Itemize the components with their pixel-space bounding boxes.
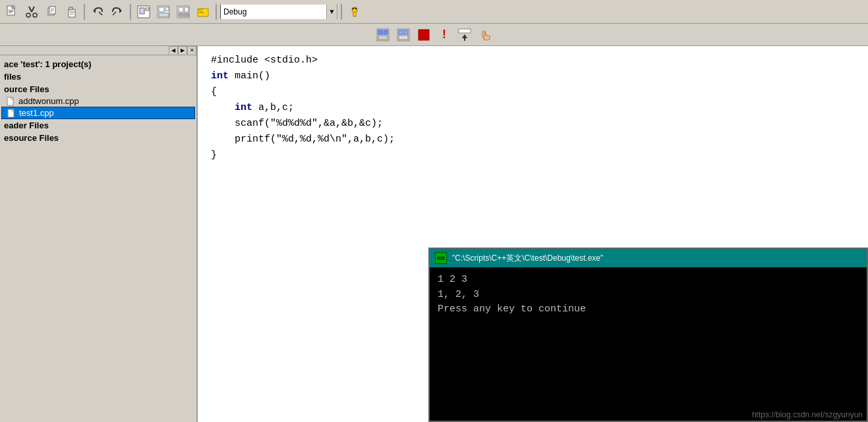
code-line-6: printf("%d,%d,%d\n",a,b,c); xyxy=(211,132,855,147)
code-line-3: { xyxy=(211,84,855,100)
svg-rect-3 xyxy=(9,11,13,12)
svg-rect-12 xyxy=(51,10,54,11)
code-line-7: } xyxy=(211,147,855,163)
run-btn[interactable] xyxy=(374,26,392,44)
svg-rect-48 xyxy=(399,36,408,40)
file-addtwonum[interactable]: addtwonum.cpp xyxy=(1,95,195,107)
section-resource: esource Files xyxy=(1,132,195,144)
sep1 xyxy=(84,4,85,20)
svg-rect-43 xyxy=(384,30,388,34)
scroll-left[interactable]: ◀ xyxy=(169,46,178,55)
svg-rect-50 xyxy=(459,29,471,33)
svg-line-5 xyxy=(29,7,32,12)
svg-point-8 xyxy=(33,13,37,17)
svg-rect-53 xyxy=(482,31,484,38)
console-line-2: 1, 2, 3 xyxy=(438,288,859,303)
file-name-addtwonum: addtwonum.cpp xyxy=(18,96,79,106)
file-test1[interactable]: test1.cpp xyxy=(1,107,195,119)
sidebar-content: ace 'test': 1 project(s) files ource Fil… xyxy=(0,55,196,422)
section-header: eader Files xyxy=(1,119,195,132)
svg-point-7 xyxy=(26,13,30,17)
svg-rect-36 xyxy=(199,13,204,13)
code-line-4: int a,b,c; xyxy=(211,100,855,116)
svg-rect-38 xyxy=(353,12,356,16)
editor-area[interactable]: #include <stdio.h> int main() { int a,b,… xyxy=(198,46,868,422)
stop-btn[interactable] xyxy=(415,26,433,44)
watermark: https://blog.csdn.net/szgyunyun xyxy=(752,410,863,419)
svg-rect-46 xyxy=(399,30,403,34)
debug-toolbar: ! xyxy=(0,24,868,46)
debug-icon-btn[interactable] xyxy=(345,3,364,21)
step-into-btn[interactable] xyxy=(455,26,474,44)
insert-btn[interactable] xyxy=(394,26,413,44)
svg-marker-51 xyxy=(462,34,467,38)
svg-rect-31 xyxy=(179,7,183,12)
svg-rect-25 xyxy=(146,8,149,11)
svg-line-6 xyxy=(32,7,34,12)
paste-btn[interactable] xyxy=(62,3,80,21)
workspace-title: ace 'test': 1 project(s) xyxy=(1,58,195,70)
browse-btn[interactable] xyxy=(194,3,212,21)
console-titlebar: "C:\Scripts\C++英文\C\test\Debug\test.exe" xyxy=(430,249,867,267)
svg-line-20 xyxy=(99,12,102,15)
combo-dropdown-arrow[interactable]: ▼ xyxy=(326,5,337,19)
svg-rect-2 xyxy=(9,10,13,11)
build1-btn[interactable] xyxy=(134,3,153,21)
svg-rect-24 xyxy=(140,8,144,14)
redo-btn[interactable] xyxy=(108,3,127,21)
code-line-2: int main() xyxy=(211,68,855,84)
svg-rect-15 xyxy=(69,7,72,10)
svg-rect-18 xyxy=(70,14,73,14)
svg-rect-35 xyxy=(199,11,202,12)
scroll-right[interactable]: ▶ xyxy=(178,46,187,55)
hand-btn[interactable] xyxy=(476,26,494,44)
new-btn[interactable] xyxy=(3,3,21,21)
svg-rect-32 xyxy=(185,7,188,12)
copy-btn[interactable] xyxy=(42,3,61,21)
close-sidebar[interactable]: ✕ xyxy=(187,46,196,55)
sep2 xyxy=(130,4,131,20)
svg-rect-29 xyxy=(159,13,169,16)
console-icon xyxy=(435,252,447,264)
file-name-test1: test1.cpp xyxy=(19,108,54,118)
console-title: "C:\Scripts\C++英文\C\test\Debug\test.exe" xyxy=(452,253,603,264)
svg-rect-47 xyxy=(404,30,408,34)
svg-rect-13 xyxy=(51,11,53,12)
svg-rect-27 xyxy=(159,7,164,12)
code-line-5: scanf("%d%d%d",&a,&b,&c); xyxy=(211,116,855,132)
svg-rect-44 xyxy=(378,36,388,40)
combo-value: Debug xyxy=(223,7,246,16)
svg-rect-11 xyxy=(51,9,54,9)
code-line-1: #include <stdio.h> xyxy=(211,53,855,68)
build2-btn[interactable] xyxy=(154,3,173,21)
sep3 xyxy=(216,4,217,20)
console-line-3: Press any key to continue xyxy=(438,302,859,317)
file-icon xyxy=(7,97,16,106)
svg-point-39 xyxy=(353,7,355,9)
main-layout: ◀ ▶ ✕ ace 'test': 1 project(s) files our… xyxy=(0,46,868,422)
svg-rect-49 xyxy=(419,30,429,40)
section-files: files xyxy=(1,70,195,83)
console-window: "C:\Scripts\C++英文\C\test\Debug\test.exe"… xyxy=(428,248,868,422)
console-line-1: 1 2 3 xyxy=(438,273,859,288)
section-source: ource Files xyxy=(1,83,195,95)
config-combo[interactable]: Debug xyxy=(221,5,326,19)
svg-line-22 xyxy=(113,12,116,15)
svg-rect-16 xyxy=(70,11,74,12)
sidebar: ◀ ▶ ✕ ace 'test': 1 project(s) files our… xyxy=(0,46,198,422)
svg-rect-17 xyxy=(70,13,74,13)
main-toolbar: Debug ▼ xyxy=(0,0,868,24)
build3-btn[interactable] xyxy=(174,3,192,21)
file-icon-selected xyxy=(7,109,16,118)
svg-rect-33 xyxy=(179,13,188,16)
svg-rect-28 xyxy=(165,7,169,11)
svg-point-40 xyxy=(355,7,357,9)
svg-rect-4 xyxy=(9,13,12,13)
cut-btn[interactable] xyxy=(22,3,41,21)
svg-rect-42 xyxy=(378,30,383,34)
exclaim-btn[interactable]: ! xyxy=(435,26,453,44)
svg-rect-60 xyxy=(438,257,444,259)
console-body: 1 2 3 1, 2, 3 Press any key to continue xyxy=(430,267,867,421)
undo-btn[interactable] xyxy=(88,3,107,21)
sep4 xyxy=(341,4,342,20)
